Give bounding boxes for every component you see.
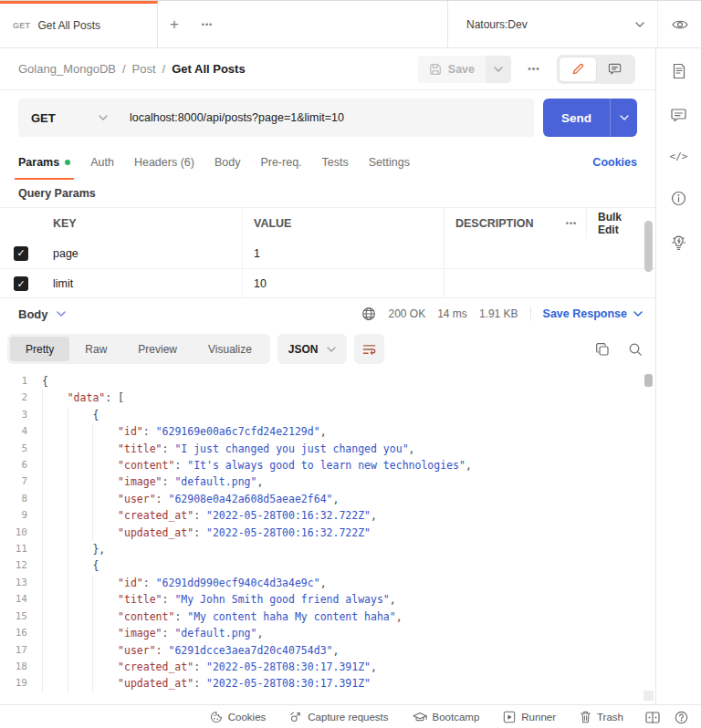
tab-params[interactable]: Params — [18, 145, 70, 180]
json-punctuation: { — [42, 375, 48, 388]
send-button[interactable]: Send — [543, 99, 610, 137]
indent-guide — [68, 575, 93, 591]
tab-headers[interactable]: Headers (6) — [134, 145, 194, 180]
params-scrollbar[interactable] — [644, 221, 653, 272]
breadcrumb-separator: / — [162, 62, 166, 76]
code-line: 11}, — [0, 541, 655, 557]
response-meta-bar: Body 200 OK 14 ms 1.91 KB Save Response — [0, 298, 655, 329]
response-stats: 200 OK 14 ms 1.91 KB Save Response — [361, 307, 643, 321]
comment-icon — [608, 62, 622, 76]
new-tab-button[interactable]: + — [158, 1, 191, 47]
code-snippet-icon[interactable]: </> — [670, 151, 688, 162]
param-description-cell[interactable] — [444, 269, 655, 298]
footer-item-cookies[interactable]: Cookies — [210, 711, 267, 723]
comment-mode-button[interactable] — [596, 57, 633, 81]
param-description-cell[interactable] — [444, 238, 655, 268]
method-selector[interactable]: GET — [18, 111, 120, 125]
row-checkbox[interactable]: ✓ — [14, 276, 28, 291]
cookies-link[interactable]: Cookies — [592, 156, 637, 169]
save-button-group: Save — [418, 56, 511, 83]
tab-more-icon[interactable]: ••• — [191, 1, 224, 47]
footer-item-trash[interactable]: Trash — [580, 711, 623, 723]
response-time[interactable]: 14 ms — [437, 307, 467, 320]
param-key-cell[interactable]: page — [42, 238, 242, 268]
code-line: 10"updated_at": "2022-05-28T00:16:32.722… — [0, 525, 655, 541]
indent-guide — [42, 659, 68, 675]
response-body-viewer[interactable]: 1{2"data": [3{4"id": "629169e00a6c7cfd24… — [0, 369, 655, 704]
footer-item-runner[interactable]: Runner — [503, 711, 556, 723]
view-tab-visualize[interactable]: Visualize — [193, 337, 267, 361]
json-punctuation: : — [174, 459, 187, 472]
send-dropdown-button[interactable] — [610, 99, 637, 137]
request-more-icon[interactable]: ••• — [518, 64, 549, 74]
url-input[interactable]: localhost:8000/api/posts?page=1&limit=10 — [120, 111, 344, 124]
breadcrumb-request-name[interactable]: Get All Posts — [172, 62, 245, 76]
indent-guide — [92, 457, 118, 473]
response-size[interactable]: 1.91 KB — [479, 307, 518, 320]
json-punctuation: }, — [92, 543, 105, 556]
documentation-icon[interactable] — [672, 63, 686, 79]
format-selector[interactable]: JSON — [277, 334, 347, 364]
response-body-selector[interactable]: Body — [18, 307, 66, 321]
right-sidebar: </> — [655, 48, 701, 704]
chevron-down-icon — [57, 311, 66, 317]
status-badge[interactable]: 200 OK — [388, 307, 425, 320]
capture-icon — [289, 711, 302, 723]
json-punctuation: { — [92, 409, 99, 421]
breadcrumb-folder[interactable]: Post — [132, 62, 156, 76]
comments-icon[interactable] — [671, 108, 686, 122]
view-tab-raw[interactable]: Raw — [69, 337, 122, 361]
line-number: 12 — [0, 557, 42, 574]
json-key: "user" — [118, 493, 156, 505]
row-checkbox[interactable]: ✓ — [14, 246, 28, 261]
breadcrumb: Golang_MongoDB / Post / Get All Posts — [18, 62, 246, 76]
json-punctuation: : [ — [105, 391, 124, 404]
runner-icon — [503, 711, 516, 723]
json-string: "I just changed you just changed you" — [174, 442, 408, 455]
footer-item-bootcamp[interactable]: Bootcamp — [413, 712, 480, 723]
postman-app: GET Get All Posts + ••• Natours:Dev Gola… — [0, 0, 701, 728]
json-key: "updated_at" — [118, 526, 194, 539]
indent-guide — [42, 608, 68, 625]
info-icon[interactable] — [671, 191, 686, 206]
request-tab[interactable]: GET Get All Posts — [0, 1, 158, 47]
copy-icon[interactable] — [595, 342, 610, 357]
two-pane-icon[interactable] — [645, 712, 660, 723]
save-button[interactable]: Save — [418, 56, 486, 83]
indent-guide — [42, 591, 68, 608]
code-line: 16"image": "default.png", — [0, 625, 655, 641]
tab-settings[interactable]: Settings — [369, 145, 410, 180]
breadcrumb-collection[interactable]: Golang_MongoDB — [18, 62, 116, 76]
json-punctuation: , — [466, 459, 472, 472]
param-key-cell[interactable]: limit — [42, 269, 242, 298]
tab-body[interactable]: Body — [214, 145, 241, 180]
environment-eye-icon[interactable] — [657, 1, 701, 47]
environment-selector[interactable]: Natours:Dev — [447, 1, 701, 47]
wrap-lines-button[interactable] — [354, 334, 384, 364]
code-scrollbar[interactable] — [644, 374, 653, 387]
help-icon[interactable] — [675, 711, 688, 724]
search-icon[interactable] — [628, 342, 643, 357]
edit-mode-button[interactable] — [560, 57, 596, 81]
tab-tests[interactable]: Tests — [322, 145, 349, 180]
pencil-icon — [571, 62, 585, 76]
lightbulb-icon[interactable] — [671, 234, 686, 251]
row-checkbox-cell: ✓ — [0, 238, 42, 268]
save-dropdown-button[interactable] — [486, 56, 511, 83]
json-key: "title" — [118, 593, 162, 606]
view-tab-preview[interactable]: Preview — [122, 337, 193, 361]
view-tab-pretty[interactable]: Pretty — [10, 337, 69, 361]
json-punctuation: , — [332, 644, 339, 657]
tab-auth[interactable]: Auth — [90, 145, 114, 180]
indent-guide — [42, 541, 68, 557]
json-string: "629169e00a6c7cfd24e2129d" — [156, 425, 320, 438]
params-more-icon[interactable]: ••• — [557, 208, 586, 238]
footer-item-capture-requests[interactable]: Capture requests — [289, 711, 388, 723]
save-response-button[interactable]: Save Response — [543, 307, 643, 320]
param-value-cell[interactable]: 1 — [242, 238, 444, 268]
tab-pre-req[interactable]: Pre-req. — [260, 145, 301, 180]
indent-guide — [68, 507, 93, 524]
json-punctuation: , — [371, 509, 377, 522]
json-punctuation: : — [162, 627, 175, 640]
param-value-cell[interactable]: 10 — [242, 269, 444, 298]
